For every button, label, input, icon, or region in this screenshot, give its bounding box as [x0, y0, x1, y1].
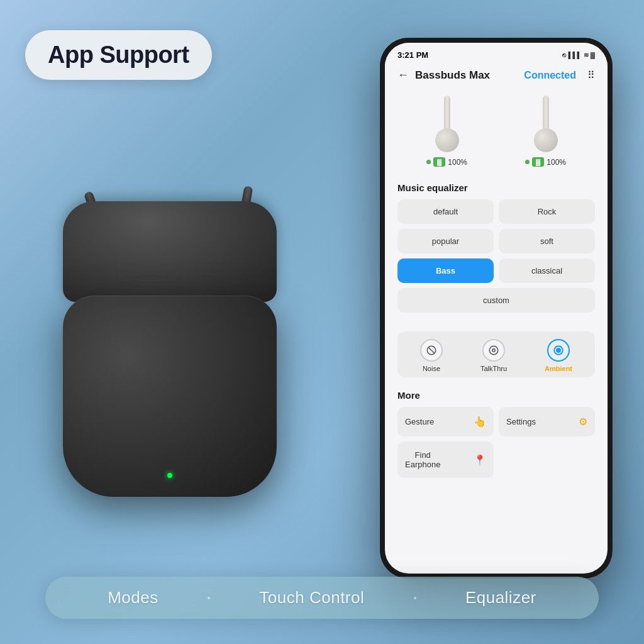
right-battery-row: ▓ 100%: [525, 157, 566, 167]
gesture-icon: 👆: [474, 416, 486, 428]
phone-screen: 3:21 PM ⎋ ▌▌▌ ≋ ▓ ← Bassbuds Max Connect…: [385, 43, 608, 574]
eq-bass-btn[interactable]: Bass: [397, 258, 494, 283]
talkthru-mode-label: TalkThru: [480, 365, 507, 372]
gesture-label: Gesture: [405, 417, 434, 426]
svg-line-1: [428, 347, 435, 354]
eq-custom-btn[interactable]: custom: [397, 288, 595, 313]
right-battery-dot: [525, 160, 530, 164]
bottom-equalizer-label[interactable]: Equalizer: [465, 588, 536, 608]
find-earphone-label: Find: [405, 450, 440, 460]
right-battery-icon: ▓: [532, 157, 544, 167]
case-body: [63, 296, 277, 497]
phone-body: 3:21 PM ⎋ ▌▌▌ ≋ ▓ ← Bassbuds Max Connect…: [380, 38, 613, 579]
svg-point-5: [557, 348, 560, 352]
ambient-mode-btn[interactable]: Ambient: [545, 339, 572, 372]
signal-icon: ▌▌▌: [568, 52, 581, 58]
more-grid: Gesture 👆 Settings ⚙ Find Earphone 📍: [397, 407, 595, 478]
case-led: [167, 473, 172, 478]
eq-popular-btn[interactable]: popular: [397, 229, 494, 253]
eq-classical-btn[interactable]: classical: [499, 258, 595, 283]
bluetooth-icon: ⎋: [562, 52, 566, 58]
left-earbud-display: ▓ 100%: [425, 96, 469, 167]
sound-modes-section: Noise TalkThru: [385, 325, 608, 384]
right-display-bud: [534, 128, 558, 152]
left-battery-dot: [426, 160, 431, 164]
noise-mode-btn[interactable]: Noise: [420, 339, 443, 372]
wifi-icon: ≋: [584, 52, 589, 58]
svg-point-3: [492, 349, 496, 352]
status-time: 3:21 PM: [397, 50, 428, 60]
more-title: More: [397, 390, 595, 401]
right-display-stem: [543, 96, 549, 130]
bottom-bar: Modes Touch Control Equalizer: [45, 577, 599, 619]
settings-label: Settings: [506, 417, 536, 426]
eq-soft-btn[interactable]: soft: [499, 229, 595, 253]
talkthru-mode-btn[interactable]: TalkThru: [480, 339, 507, 372]
right-earbud-display: ▓ 100%: [524, 96, 568, 167]
eq-default-btn[interactable]: default: [397, 199, 494, 224]
talkthru-mode-icon: [482, 339, 505, 362]
equalizer-title: Music equalizer: [397, 182, 595, 193]
back-button[interactable]: ←: [397, 69, 409, 82]
noise-mode-icon: [420, 339, 443, 362]
right-earbud-image: [524, 96, 568, 152]
left-battery-pct: 100%: [448, 158, 467, 167]
find-earphone-icon: 📍: [474, 454, 486, 466]
app-support-label: App Support: [48, 42, 189, 68]
left-display-stem: [444, 96, 450, 130]
find-earphone-btn[interactable]: Find Earphone 📍: [397, 441, 494, 478]
gesture-btn[interactable]: Gesture 👆: [397, 407, 494, 436]
status-bar: 3:21 PM ⎋ ▌▌▌ ≋ ▓: [385, 43, 608, 64]
status-icons: ⎋ ▌▌▌ ≋ ▓: [562, 52, 595, 58]
battery-status-icon: ▓: [591, 52, 595, 58]
phone: 3:21 PM ⎋ ▌▌▌ ≋ ▓ ← Bassbuds Max Connect…: [380, 38, 613, 579]
eq-grid: default Rock popular soft Bass classical: [397, 199, 595, 283]
case-lid: [63, 201, 277, 302]
settings-btn[interactable]: Settings ⚙: [499, 407, 595, 436]
connection-status: Connected: [524, 70, 576, 81]
bottom-modes-label[interactable]: Modes: [108, 588, 158, 608]
right-battery-pct: 100%: [547, 158, 566, 167]
mode-row: Noise TalkThru: [397, 331, 595, 377]
svg-point-2: [489, 346, 498, 355]
eq-rock-btn[interactable]: Rock: [499, 199, 595, 224]
ambient-mode-label: Ambient: [545, 365, 572, 372]
noise-mode-label: Noise: [423, 365, 440, 372]
app-header: ← Bassbuds Max Connected ⠿: [385, 64, 608, 89]
left-battery-icon: ▓: [433, 157, 445, 167]
menu-button[interactable]: ⠿: [587, 69, 595, 81]
left-earbud-image: [425, 96, 469, 152]
find-earphone-label2: Earphone: [405, 460, 440, 469]
left-display-bud: [435, 128, 459, 152]
bottom-divider-1: [208, 597, 210, 599]
page-title: Bassbuds Max: [415, 69, 490, 82]
app-support-badge: App Support: [25, 30, 212, 80]
left-battery-row: ▓ 100%: [426, 157, 467, 167]
more-section: More Gesture 👆 Settings ⚙ Find Earphone: [385, 384, 608, 484]
equalizer-section: Music equalizer default Rock popular sof…: [385, 176, 608, 325]
earbuds-display: ▓ 100% ▓ 100%: [385, 89, 608, 176]
bottom-divider-2: [414, 597, 416, 599]
ambient-mode-icon: [547, 339, 570, 362]
settings-icon: ⚙: [579, 416, 587, 428]
earbuds-product-area: [19, 126, 321, 553]
bottom-touch-control-label[interactable]: Touch Control: [259, 588, 364, 608]
earbuds-visual: [44, 182, 296, 497]
